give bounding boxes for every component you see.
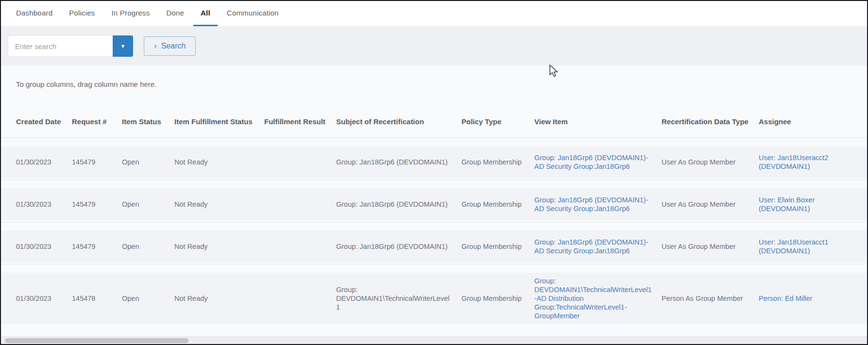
cell-policy-type: Group Membership [461,200,534,209]
column-header-assignee[interactable]: Assignee [759,117,862,126]
scrollbar-thumb[interactable] [5,338,188,343]
search-button-label: Search [161,42,186,50]
table-row: 01/30/2023 145479 Open Not Ready Group: … [1,138,867,180]
view-item-link[interactable]: Group: Jan18Grp6 (DEVDOMAIN1)-AD Securit… [534,238,648,255]
column-header-recertification-data-type[interactable]: Recertification Data Type [662,117,759,126]
cell-item-fulfillment-status: Not Ready [174,294,264,303]
cell-subject: Group: Jan18Grp6 (DEVDOMAIN1) [336,242,461,251]
cell-recertification-data-type: User As Group Member [662,158,759,166]
tab-communication[interactable]: Communication [220,1,286,26]
cell-item-status: Open [122,294,174,303]
column-header-fulfillment-result[interactable]: Fulfillment Result [264,117,336,126]
search-section: ▼ › Search [1,27,867,66]
cell-recertification-data-type: Person As Group Member [662,294,759,303]
cell-subject: Group: Jan18Grp6 (DEVDOMAIN1) [336,200,461,209]
chevron-down-icon: ▼ [120,43,126,49]
assignee-link[interactable]: User: Jan18Useracct1 (DEVDOMAIN1) [759,238,828,255]
horizontal-scrollbar[interactable] [1,336,867,344]
tab-in-progress[interactable]: In Progress [104,1,157,26]
cell-item-status: Open [122,200,174,209]
cell-item-fulfillment-status: Not Ready [174,200,264,209]
table-row: 01/30/2023 145479 Open Not Ready Group: … [1,222,867,264]
cell-item-fulfillment-status: Not Ready [174,242,264,251]
search-dropdown-button[interactable]: ▼ [113,35,133,57]
table-row: 01/30/2023 145478 Open Not Ready Group: … [1,264,867,326]
column-header-policy-type[interactable]: Policy Type [461,117,534,126]
cell-policy-type: Group Membership [461,294,534,303]
tab-policies[interactable]: Policies [62,1,102,26]
cell-policy-type: Group Membership [461,158,534,166]
cell-created-date: 01/30/2023 [16,200,72,209]
cell-subject: Group: Jan18Grp6 (DEVDOMAIN1) [336,158,461,166]
cell-subject: Group: DEVDOMAIN1\TechnicalWriterLevel1 [336,285,461,312]
cell-policy-type: Group Membership [461,242,534,251]
cell-item-fulfillment-status: Not Ready [174,158,264,166]
table-body: 01/30/2023 145479 Open Not Ready Group: … [1,138,867,326]
tab-bar: Dashboard Policies In Progress Done All … [1,1,867,27]
view-item-link[interactable]: Group: Jan18Grp6 (DEVDOMAIN1)-AD Securit… [534,154,648,170]
cell-created-date: 01/30/2023 [16,158,72,166]
search-input[interactable] [8,35,113,57]
column-header-subject-of-recertification[interactable]: Subject of Recertification [336,117,461,126]
app-window: Dashboard Policies In Progress Done All … [0,0,868,345]
tab-done[interactable]: Done [159,1,191,26]
cell-request-number: 145478 [72,294,122,303]
view-item-link[interactable]: Group: DEVDOMAIN1\TechnicalWriterLevel1-… [534,277,651,320]
column-header-view-item[interactable]: View Item [534,117,662,126]
cell-created-date: 01/30/2023 [16,294,72,303]
assignee-link[interactable]: User: Elwin Boxer (DEVDOMAIN1) [759,196,815,213]
search-button[interactable]: › Search [144,36,196,56]
tab-dashboard[interactable]: Dashboard [9,1,60,26]
column-header-item-status[interactable]: Item Status [122,117,174,126]
column-header-item-fulfillment-status[interactable]: Item Fulfillment Status [174,117,264,126]
view-item-link[interactable]: Group: Jan18Grp6 (DEVDOMAIN1)-AD Securit… [534,196,648,213]
assignee-link[interactable]: Person: Ed Miller [759,295,812,302]
search-input-group: ▼ [8,35,133,57]
cell-request-number: 145479 [72,200,122,209]
cell-item-status: Open [122,242,174,251]
cell-request-number: 145479 [72,158,122,166]
table-row: 01/30/2023 145479 Open Not Ready Group: … [1,180,867,222]
group-columns-hint: To group columns, drag column name here. [1,66,867,88]
cell-request-number: 145479 [72,242,122,251]
column-header-request-number[interactable]: Request # [72,117,122,126]
chevron-right-icon: › [154,42,157,50]
cell-recertification-data-type: User As Group Member [662,242,759,251]
tab-all[interactable]: All [193,1,218,26]
cell-created-date: 01/30/2023 [16,242,72,251]
cell-recertification-data-type: User As Group Member [662,200,759,209]
recertification-table-panel: To group columns, drag column name here.… [1,66,867,336]
table-header-row: Created Date Request # Item Status Item … [1,88,867,138]
column-header-created-date[interactable]: Created Date [16,117,72,126]
assignee-link[interactable]: User: Jan18Useracct2 (DEVDOMAIN1) [759,154,828,170]
cell-item-status: Open [122,158,174,166]
